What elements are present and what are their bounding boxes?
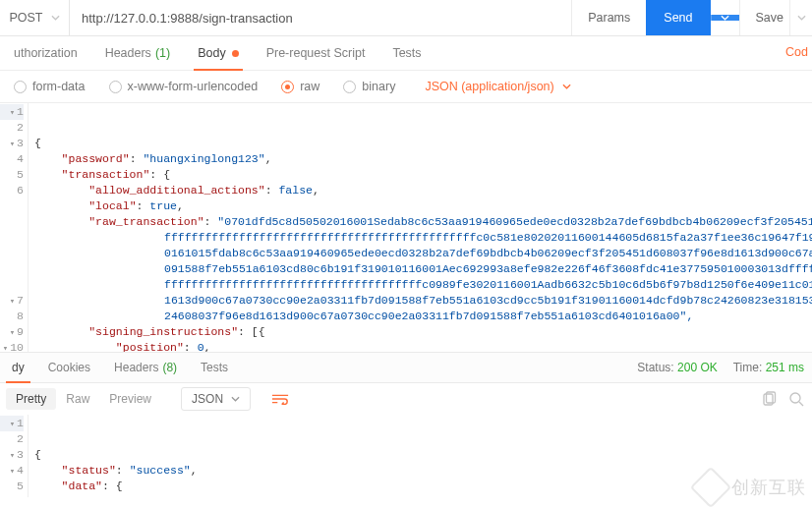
- response-action-icons: [761, 383, 804, 415]
- json-key: "position": [116, 341, 184, 352]
- json-key: "status": [62, 464, 116, 477]
- chevron-down-icon: [231, 396, 240, 402]
- json-value: true: [149, 199, 177, 212]
- json-value: "success": [130, 464, 191, 477]
- send-button[interactable]: Send: [646, 0, 710, 35]
- radio-xwww[interactable]: x-www-form-urlencoded: [101, 80, 266, 93]
- resp-tab-headers-label: Headers: [114, 361, 158, 374]
- params-button[interactable]: Params: [571, 0, 646, 35]
- wrap-lines-button[interactable]: [268, 388, 292, 410]
- radio-raw-label: raw: [300, 80, 319, 93]
- http-method-label: POST: [9, 11, 42, 25]
- json-key: "signing_instructions": [88, 325, 238, 338]
- view-raw[interactable]: Raw: [56, 388, 99, 410]
- json-value: 1613d900c67a0730cc90e2a03311fb7d091588f7…: [164, 294, 812, 307]
- chevron-down-icon: [562, 84, 571, 89]
- resp-tab-cookies-label: Cookies: [48, 361, 90, 374]
- http-method-select[interactable]: POST: [0, 0, 70, 35]
- radio-icon: [343, 81, 356, 93]
- view-preview[interactable]: Preview: [99, 388, 161, 410]
- json-key: "local": [88, 199, 136, 212]
- json-value: false: [278, 184, 313, 197]
- tab-prerequest-label: Pre-request Script: [266, 46, 366, 60]
- resp-tab-headers[interactable]: Headers (8): [102, 353, 189, 382]
- line-gutter: ▾1 2 ▾3 ▾4 5: [0, 415, 29, 497]
- json-value: ffffffffffffffffffffffffffffffffffffffff…: [164, 231, 812, 244]
- url-input[interactable]: [70, 0, 571, 35]
- wrap-icon: [271, 393, 289, 405]
- resp-tab-tests-label: Tests: [201, 361, 228, 374]
- response-view-segments: Pretty Raw Preview: [6, 388, 161, 410]
- tab-tests-label: Tests: [392, 46, 421, 60]
- json-value: 24608037f96e8d1613d900c67a0730cc90e2a033…: [164, 310, 693, 322]
- response-body-editor[interactable]: ▾1 2 ▾3 ▾4 5 { "status": "success", "dat…: [0, 415, 812, 497]
- resp-tab-body-label: dy: [12, 361, 25, 374]
- json-key: "allow_additional_actions": [88, 184, 264, 197]
- radio-raw[interactable]: raw: [273, 80, 327, 93]
- json-value: "0701dfd5c8d50502016001Sedab8c6c53aa9194…: [217, 215, 812, 228]
- json-key: "password": [62, 152, 130, 165]
- json-key: "raw_transaction": [88, 215, 203, 228]
- content-type-select[interactable]: JSON (application/json): [425, 80, 570, 93]
- params-label: Params: [588, 11, 630, 25]
- tab-headers[interactable]: Headers (1): [91, 36, 185, 70]
- response-format-select[interactable]: JSON: [181, 387, 251, 411]
- search-icon[interactable]: [788, 391, 804, 407]
- response-format-label: JSON: [192, 392, 223, 406]
- tab-body[interactable]: Body: [184, 36, 253, 70]
- time-value: 251 ms: [766, 361, 804, 374]
- copy-icon[interactable]: [761, 391, 777, 407]
- json-value: 091588f7eb551a6103cd80c6b191f31901011600…: [164, 262, 812, 275]
- time-label: Time: 251 ms: [733, 361, 804, 374]
- body-type-row: form-data x-www-form-urlencoded raw bina…: [0, 71, 812, 103]
- content-type-label: JSON (application/json): [425, 80, 553, 93]
- tab-authorization-label: uthorization: [14, 46, 78, 60]
- json-value: ffffffffffffffffffffffffffffffffffffffc0…: [164, 278, 812, 291]
- json-key: "data": [62, 480, 102, 492]
- code-area[interactable]: { "status": "success", "data": { "transa…: [29, 415, 812, 497]
- radio-binary[interactable]: binary: [335, 80, 403, 93]
- radio-icon: [14, 81, 27, 93]
- json-key: "transaction": [62, 168, 150, 181]
- request-body-editor[interactable]: ▾1 2 ▾3 4 5 6 ▾7 8 ▾9 ▾10 ▾11 12 13 { "p…: [0, 103, 812, 352]
- save-button[interactable]: Save: [739, 0, 790, 35]
- radio-icon: [109, 81, 122, 93]
- line-gutter: ▾1 2 ▾3 4 5 6 ▾7 8 ▾9 ▾10 ▾11 12 13: [0, 103, 29, 352]
- resp-tab-cookies[interactable]: Cookies: [36, 353, 102, 382]
- json-key: "transaction": [88, 495, 177, 497]
- resp-tab-headers-count: (8): [162, 361, 177, 374]
- resp-tab-body[interactable]: dy: [0, 353, 36, 382]
- tab-authorization[interactable]: uthorization: [0, 36, 91, 70]
- response-status-block: Status: 200 OK Time: 251 ms: [637, 353, 804, 382]
- send-label: Send: [664, 11, 692, 25]
- svg-point-2: [790, 393, 800, 403]
- tab-body-label: Body: [198, 46, 226, 60]
- status-label: Status: 200 OK: [637, 361, 717, 374]
- tab-headers-count: (1): [155, 46, 170, 60]
- response-view-toolbar: Pretty Raw Preview JSON: [0, 383, 812, 415]
- radio-xwww-label: x-www-form-urlencoded: [128, 80, 259, 93]
- tab-tests[interactable]: Tests: [378, 36, 435, 70]
- request-toolbar: POST Params Send Save: [0, 0, 812, 36]
- chevron-down-icon: [797, 15, 806, 21]
- view-raw-label: Raw: [66, 392, 89, 406]
- tab-prerequest[interactable]: Pre-request Script: [253, 36, 379, 70]
- radio-form-data[interactable]: form-data: [6, 80, 93, 93]
- code-area[interactable]: { "password": "huangxinglong123", "trans…: [29, 103, 812, 352]
- unsaved-dot-icon: [232, 50, 239, 57]
- json-value: "huangxinglong123": [143, 152, 264, 165]
- resp-tab-tests[interactable]: Tests: [189, 353, 240, 382]
- radio-form-data-label: form-data: [32, 80, 86, 93]
- view-pretty[interactable]: Pretty: [6, 388, 56, 410]
- save-dropdown[interactable]: [789, 0, 812, 35]
- generate-code-label: Cod: [785, 45, 808, 59]
- view-pretty-label: Pretty: [16, 392, 46, 406]
- request-tabs: uthorization Headers (1) Body Pre-reques…: [0, 36, 812, 71]
- generate-code-link[interactable]: Cod: [785, 45, 808, 59]
- view-preview-label: Preview: [109, 392, 151, 406]
- send-dropdown[interactable]: [711, 15, 739, 21]
- chevron-down-icon: [51, 15, 60, 21]
- json-value: 0: [198, 341, 204, 352]
- radio-binary-label: binary: [362, 80, 395, 93]
- json-value: 0161015fdab8c6c53aa919460965ede0ecd0328b…: [164, 247, 812, 259]
